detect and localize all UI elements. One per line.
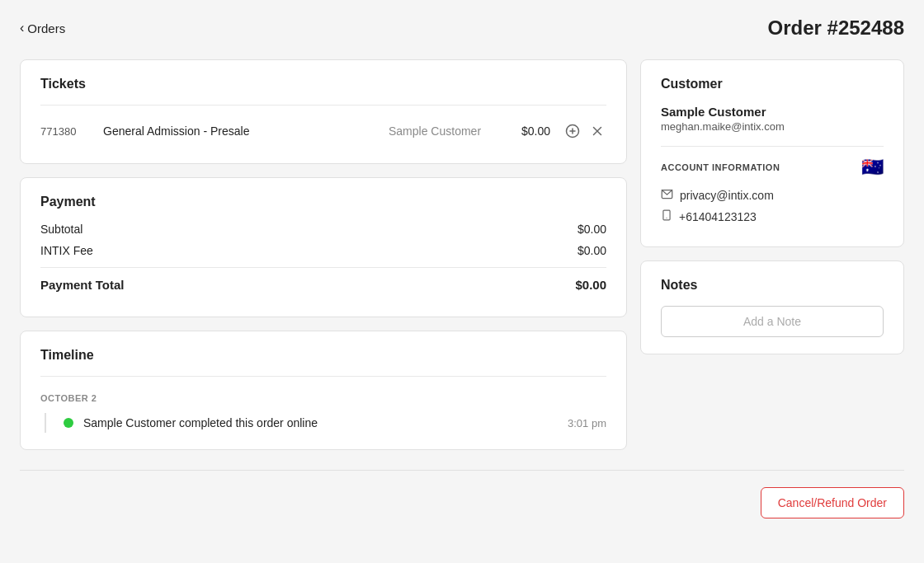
phone-icon	[661, 209, 672, 223]
timeline-line	[45, 413, 46, 433]
left-column: Tickets 771380 General Admission - Presa…	[20, 59, 627, 450]
account-info-divider	[661, 146, 884, 147]
subtotal-label: Subtotal	[40, 223, 82, 236]
ticket-id: 771380	[40, 125, 90, 138]
flag-icon: 🇦🇺	[861, 157, 884, 178]
back-label: Orders	[27, 21, 65, 35]
ticket-actions	[563, 122, 606, 140]
ticket-price: $0.00	[501, 124, 550, 138]
email-contact-value: privacy@intix.com	[680, 189, 774, 202]
tickets-card: Tickets 771380 General Admission - Presa…	[20, 59, 627, 164]
payment-card: Payment Subtotal $0.00 INTIX Fee $0.00 P…	[20, 177, 627, 317]
timeline-title: Timeline	[40, 348, 606, 363]
subtotal-value: $0.00	[578, 223, 606, 236]
add-note-button[interactable]: Add a Note	[661, 306, 884, 337]
timeline-divider	[40, 376, 606, 377]
account-info-label: ACCOUNT INFORMATION	[661, 162, 780, 172]
fee-row: INTIX Fee $0.00	[40, 244, 606, 257]
top-nav: ‹ Orders Order #252488	[20, 16, 904, 40]
ticket-name: General Admission - Presale	[103, 124, 375, 138]
total-row: Payment Total $0.00	[40, 278, 606, 292]
back-arrow-icon: ‹	[20, 21, 24, 35]
right-column: Customer Sample Customer meghan.maike@in…	[640, 59, 904, 354]
page-container: ‹ Orders Order #252488 Tickets 771380 Ge…	[0, 0, 924, 563]
svg-rect-6	[663, 210, 670, 220]
main-layout: Tickets 771380 General Admission - Presa…	[20, 59, 904, 450]
order-title: Order #252488	[768, 16, 904, 40]
timeline-date: OCTOBER 2	[40, 393, 606, 403]
notes-card: Notes Add a Note	[640, 260, 904, 354]
customer-title: Customer	[661, 77, 884, 91]
timeline-item: Sample Customer completed this order onl…	[64, 413, 606, 433]
customer-name: Sample Customer	[661, 105, 884, 119]
total-label: Payment Total	[40, 278, 124, 292]
timeline-body: Sample Customer completed this order onl…	[40, 413, 606, 433]
edit-ticket-button[interactable]	[563, 122, 582, 140]
table-row: 771380 General Admission - Presale Sampl…	[40, 115, 606, 147]
account-info-header: ACCOUNT INFORMATION 🇦🇺	[661, 157, 884, 178]
remove-ticket-button[interactable]	[588, 122, 606, 140]
tickets-title: Tickets	[40, 77, 606, 91]
subtotal-row: Subtotal $0.00	[40, 223, 606, 236]
phone-contact-row: +61404123123	[661, 209, 884, 223]
timeline-card: Timeline OCTOBER 2 Sample Customer compl…	[20, 331, 627, 450]
fee-value: $0.00	[578, 244, 606, 257]
phone-value: +61404123123	[679, 210, 757, 223]
payment-divider	[40, 267, 606, 268]
timeline-dot	[64, 418, 73, 428]
payment-title: Payment	[40, 195, 606, 209]
tickets-divider	[40, 105, 606, 106]
cancel-refund-button[interactable]: Cancel/Refund Order	[761, 487, 904, 518]
fee-label: INTIX Fee	[40, 244, 93, 257]
customer-email: meghan.maike@intix.com	[661, 120, 884, 133]
notes-title: Notes	[661, 278, 884, 293]
email-icon	[661, 188, 673, 203]
ticket-customer: Sample Customer	[389, 124, 488, 138]
email-contact-row: privacy@intix.com	[661, 188, 884, 203]
timeline-event-text: Sample Customer completed this order onl…	[83, 416, 558, 429]
back-link[interactable]: ‹ Orders	[20, 21, 65, 35]
footer-bar: Cancel/Refund Order	[20, 470, 904, 518]
customer-card: Customer Sample Customer meghan.maike@in…	[640, 59, 904, 247]
total-value: $0.00	[575, 278, 606, 292]
timeline-event-time: 3:01 pm	[568, 417, 606, 429]
